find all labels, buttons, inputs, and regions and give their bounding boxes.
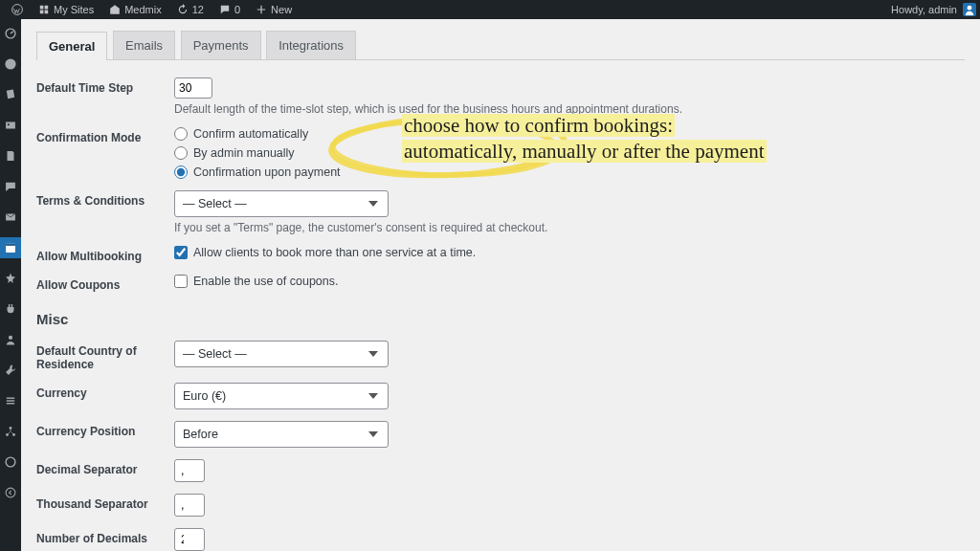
site-name[interactable]: Medmix [103,0,167,19]
select-terms[interactable]: — Select — [174,190,389,217]
label-multibooking: Allow Multibooking [36,246,174,263]
new-content[interactable]: New [250,0,298,19]
menu-dashboard[interactable] [0,23,21,44]
label-terms: Terms & Conditions [36,190,174,208]
select-currency[interactable]: Euro (€) [174,383,389,409]
howdy-text[interactable]: Howdy, admin [891,4,957,15]
label-currency: Currency [36,383,174,400]
label-decimal-sep: Decimal Separator [36,459,174,476]
menu-appointments[interactable] [0,237,21,258]
wp-logo[interactable] [6,0,29,19]
svg-point-17 [6,488,15,497]
tab-integrations[interactable]: Integrations [266,31,356,59]
my-sites[interactable]: My Sites [33,0,100,19]
svg-point-5 [8,123,10,125]
site-name-label: Medmix [124,4,162,15]
svg-rect-12 [7,403,14,404]
input-thousand-sep[interactable] [174,494,205,517]
menu-seo[interactable] [0,452,21,473]
select-currency-pos[interactable]: Before [174,421,389,448]
menu-collapse[interactable] [0,482,21,503]
label-confirmation: Confirmation Mode [36,127,174,144]
menu-appearance[interactable] [0,268,21,289]
svg-point-3 [5,58,15,69]
svg-rect-4 [6,122,15,129]
svg-point-1 [968,6,972,11]
annotation-text: choose how to confirm bookings: automati… [402,113,767,165]
label-country: Default Country of Residence [36,341,174,371]
my-sites-label: My Sites [54,4,94,15]
avatar[interactable] [963,3,976,16]
menu-settings[interactable] [0,390,21,411]
tab-general[interactable]: General [36,32,107,60]
label-thousand-sep: Thousand Separator [36,494,174,511]
svg-point-15 [10,427,12,430]
menu-comments[interactable] [0,176,21,197]
radio-confirm-payment[interactable]: Confirmation upon payment [174,165,965,179]
admin-bar: My Sites Medmix 12 0 New Howdy, admin [0,0,980,19]
select-country[interactable]: — Select — [174,341,389,367]
label-time-step: Default Time Step [36,77,174,95]
comments-count[interactable]: 0 [213,0,246,19]
menu-users[interactable] [0,329,21,350]
menu-contact[interactable] [0,207,21,228]
svg-rect-10 [7,398,14,399]
helper-terms: If you set a "Terms" page, the customer'… [174,221,965,234]
label-num-decimals: Number of Decimals [36,528,174,545]
input-num-decimals[interactable] [174,528,205,551]
svg-point-0 [12,5,23,15]
svg-point-9 [9,336,12,340]
menu-network[interactable] [0,421,21,442]
admin-sidebar [0,19,21,551]
main-content: General Emails Payments Integrations Def… [21,19,980,551]
tab-payments[interactable]: Payments [181,31,261,59]
settings-tabs: General Emails Payments Integrations [36,31,965,60]
menu-pages[interactable] [0,145,21,166]
menu-plugins[interactable] [0,298,21,320]
menu-posts[interactable] [0,84,21,105]
checkbox-multibooking[interactable]: Allow clients to book more than one serv… [174,246,965,259]
input-time-step[interactable] [174,77,212,99]
section-misc: Misc [36,311,965,327]
menu-tools[interactable] [0,360,21,381]
checkbox-coupons[interactable]: Enable the use of coupons. [174,275,965,288]
svg-point-16 [6,457,15,467]
label-coupons: Allow Coupons [36,275,174,292]
svg-rect-11 [7,400,14,401]
tab-emails[interactable]: Emails [113,31,175,59]
label-currency-pos: Currency Position [36,421,174,438]
menu-jetpack[interactable] [0,54,21,75]
updates-count[interactable]: 12 [171,0,210,19]
input-decimal-sep[interactable] [174,459,205,482]
menu-media[interactable] [0,115,21,136]
svg-rect-8 [6,244,15,246]
